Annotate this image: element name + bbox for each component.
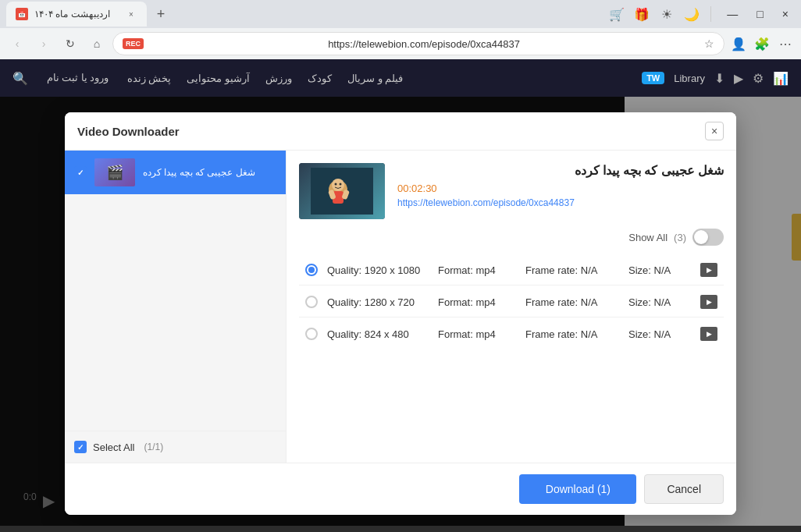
quality-play-480[interactable] [700,327,717,341]
video-downloader-modal: Video Downloader × ✓ 🎬 [65,112,736,515]
quality-format-480: Format: mp4 [438,328,516,340]
video-duration: 00:02:30 [397,183,724,194]
sun-icon[interactable]: ☀ [657,5,676,23]
site-library-label[interactable]: Library [674,73,705,84]
quality-label-720: Quality: 1280 x 720 [327,296,429,308]
volume-icon[interactable]: 📊 [773,71,789,86]
site-search-icon[interactable]: 🔍 [12,71,28,86]
video-thumbnail: 🎬 [94,158,135,186]
svg-point-6 [335,183,337,186]
site-nav-live[interactable]: پخش زنده [127,73,172,84]
left-panel-footer: ✓ Select All (1/1) [65,431,286,463]
quality-size-1080: Size: N/A [628,264,691,276]
tab-favicon: 📅 [16,8,28,20]
site-navigation: 🔍 ورود یا ثبت نام پخش زنده آرشیو محتوایی… [0,59,801,97]
address-bar-row: ‹ › ↻ ⌂ REC https://telewebion.com/episo… [0,28,801,59]
video-item-checkbox[interactable]: ✓ [74,166,87,179]
address-box[interactable]: REC https://telewebion.com/episode/0xca4… [112,32,724,55]
bookmark-icon[interactable]: ☆ [704,37,714,50]
video-list: ✓ 🎬 شغل عجیبی که بچه پیدا کرده [65,151,286,431]
video-main-title: شغل عجیبی که بچه پیدا کرده [397,163,724,178]
preview-thumb-inner [299,163,385,219]
back-button[interactable]: ‹ [6,33,28,55]
video-item-title: شغل عجیبی که بچه پیدا کرده [143,166,255,179]
menu-icon[interactable]: ⋯ [776,34,795,53]
download-button[interactable]: Download (1) [519,474,636,504]
quality-radio-1080[interactable] [305,264,318,276]
quality-row-720[interactable]: Quality: 1280 x 720 Format: mp4 Frame ra… [299,287,724,317]
modal-body: ✓ 🎬 شغل عجیبی که بچه پیدا کرده [65,151,736,463]
select-all-count: (1/1) [144,442,163,452]
maximize-button[interactable]: □ [750,6,769,22]
active-tab[interactable]: 📅 اردیبهشت ماه ۱۴۰۴ × [6,2,147,27]
select-all-label: Select All [93,442,134,453]
account-icon[interactable]: 👤 [729,34,748,53]
minimize-button[interactable]: — [721,6,744,22]
quality-play-1080[interactable] [700,263,717,277]
quality-radio-720[interactable] [305,296,318,308]
site-nav-sports[interactable]: ورزش [265,73,292,84]
browser-chrome: 📅 اردیبهشت ماه ۱۴۰۴ × + 🛒 🎁 ☀ 🌙 — □ × ‹ … [0,0,801,59]
forward-button[interactable]: › [33,33,55,55]
modal-header: Video Downloader × [65,112,736,151]
show-all-row: Show All (3) [299,229,724,246]
site-nav-right: TW Library ⬇ ▶ ⚙ 📊 [642,71,789,86]
quality-size-480: Size: N/A [628,328,691,340]
video-info: شغل عجیبی که بچه پیدا کرده 00:02:30 http… [397,163,724,208]
select-all-check-icon: ✓ [77,443,84,452]
page-background: 0:0 ▶ Video Downloader × ✓ [0,97,801,526]
modal-overlay: Video Downloader × ✓ 🎬 [0,97,801,526]
modal-title: Video Downloader [77,125,180,138]
home-button[interactable]: ⌂ [86,33,108,55]
close-button[interactable]: × [776,6,795,22]
quality-list: Quality: 1920 x 1080 Format: mp4 Frame r… [299,255,724,349]
quality-play-720[interactable] [700,295,717,309]
svg-point-7 [340,183,342,186]
show-all-count: (3) [674,232,686,243]
tab-title: اردیبهشت ماه ۱۴۰۴ [34,9,110,20]
window-controls: 🛒 🎁 ☀ 🌙 — □ × [607,5,795,23]
video-url[interactable]: https://telewebion.com/episode/0xca44837 [397,197,724,208]
record-badge: REC [123,38,144,49]
toggle-knob [694,230,708,244]
video-details-panel: شغل عجیبی که بچه پیدا کرده 00:02:30 http… [287,151,736,463]
quality-framerate-480: Frame rate: N/A [525,328,619,340]
site-nav-links: پخش زنده آرشیو محتوایی ورزش کودک فیلم و … [127,73,403,84]
new-tab-button[interactable]: + [150,3,172,25]
site-nav-kids[interactable]: کودک [308,73,332,84]
preview-image-svg [311,168,373,215]
tab-close-button[interactable]: × [125,8,137,20]
play-icon[interactable]: ▶ [734,71,743,86]
media-icon[interactable]: 🌙 [682,5,701,23]
site-nav-films[interactable]: فیلم و سریال [347,73,403,84]
cart-icon[interactable]: 🛒 [607,5,626,23]
quality-row-1080[interactable]: Quality: 1920 x 1080 Format: mp4 Frame r… [299,255,724,286]
quality-framerate-720: Frame rate: N/A [525,296,619,308]
site-nav-archive[interactable]: آرشیو محتوایی [187,73,250,84]
tab-bar: 📅 اردیبهشت ماه ۱۴۰۴ × + 🛒 🎁 ☀ 🌙 — □ × [0,0,801,28]
video-list-panel: ✓ 🎬 شغل عجیبی که بچه پیدا کرده [65,151,287,463]
preview-thumbnail [299,163,385,219]
show-all-toggle[interactable] [692,229,724,246]
checkbox-check-icon: ✓ [77,168,84,177]
quality-radio-480[interactable] [305,328,318,340]
refresh-button[interactable]: ↻ [59,33,81,55]
login-label[interactable]: ورود یا ثبت نام [47,72,109,84]
settings-icon[interactable]: ⚙ [753,71,764,86]
modal-close-button[interactable]: × [705,122,724,140]
quality-row-480[interactable]: Quality: 824 x 480 Format: mp4 Frame rat… [299,319,724,349]
download-icon[interactable]: ⬇ [714,71,724,86]
svg-point-2 [332,179,344,191]
video-preview-row: شغل عجیبی که بچه پیدا کرده 00:02:30 http… [299,163,724,219]
address-text: https://telewebion.com/episode/0xca44837 [150,38,698,50]
modal-footer: Download (1) Cancel [65,463,736,515]
video-list-item[interactable]: ✓ 🎬 شغل عجیبی که بچه پیدا کرده [65,151,286,194]
quality-label-1080: Quality: 1920 x 1080 [327,264,429,276]
extensions-icon[interactable]: 🧩 [753,34,771,53]
thumbnail-image: 🎬 [94,158,135,186]
select-all-checkbox[interactable]: ✓ [74,441,87,453]
gift-icon[interactable]: 🎁 [632,5,651,23]
quality-framerate-1080: Frame rate: N/A [525,264,619,276]
cancel-button[interactable]: Cancel [644,474,724,504]
quality-label-480: Quality: 824 x 480 [327,328,429,340]
